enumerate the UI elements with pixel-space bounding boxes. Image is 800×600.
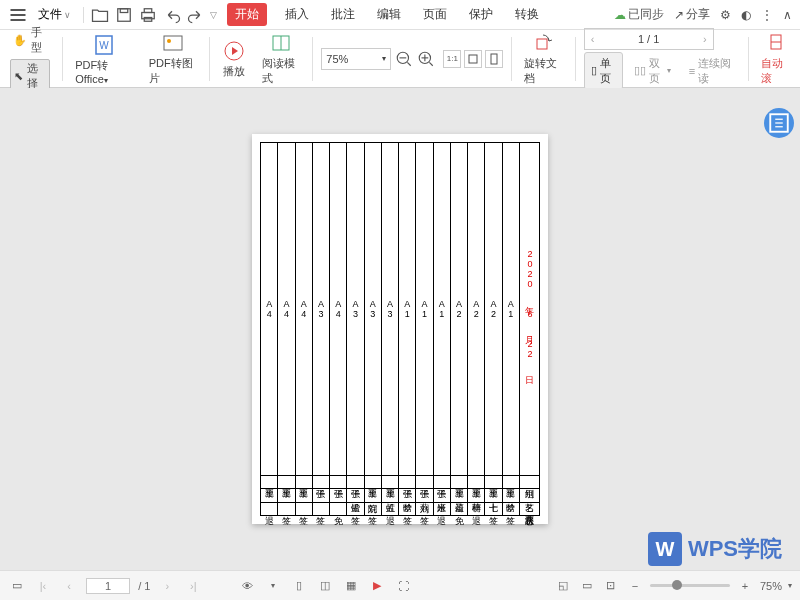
document-canvas[interactable]: 2020 年 6 月 22 日 组别 艺名 台票状态 A1王黎梦晗签 A2王黎十… — [0, 88, 800, 570]
status-zoom-out[interactable]: − — [626, 577, 644, 595]
status-page[interactable]: 1 — [86, 578, 130, 594]
float-action-button[interactable] — [764, 108, 794, 138]
svg-line-14 — [408, 62, 411, 65]
svg-point-8 — [167, 39, 171, 43]
tab-page[interactable]: 页面 — [419, 4, 451, 25]
zoom-select[interactable]: 75%▾ — [321, 48, 391, 70]
expand-icon[interactable]: ⛶ — [394, 577, 412, 595]
status-zoom-in[interactable]: + — [736, 577, 754, 595]
undo-icon[interactable] — [162, 5, 182, 25]
hand-tool[interactable]: ✋手型 — [10, 24, 50, 56]
fit-page-icon[interactable] — [485, 50, 503, 68]
hand-icon: ✋ — [13, 34, 27, 47]
tab-edit[interactable]: 编辑 — [373, 4, 405, 25]
tab-start[interactable]: 开始 — [227, 3, 267, 26]
menu-icon[interactable] — [8, 5, 28, 25]
svg-rect-21 — [537, 39, 547, 49]
tab-annotate[interactable]: 批注 — [327, 4, 359, 25]
preview-icon[interactable]: 👁 — [238, 577, 256, 595]
zoom-in-icon[interactable] — [417, 50, 435, 68]
more-icon[interactable]: ⋮ — [761, 8, 773, 22]
rotate-icon — [531, 31, 555, 55]
date-cell: 2020 年 6 月 22 日 — [520, 143, 540, 476]
tab-convert[interactable]: 转换 — [511, 4, 543, 25]
ribbon-tabs: 开始 插入 批注 编辑 页面 保护 转换 — [227, 3, 543, 26]
next-icon[interactable]: › — [158, 577, 176, 595]
dropdown-icon[interactable]: ▾ — [264, 577, 282, 595]
prev-icon[interactable]: ‹ — [60, 577, 78, 595]
redo-icon[interactable] — [186, 5, 206, 25]
continuous-button[interactable]: ≡连续阅读 — [682, 52, 740, 90]
pdf-to-image-button[interactable]: PDF转图片 — [145, 31, 201, 86]
status-total: / 1 — [138, 580, 150, 592]
table-row: A2王黎梓萌退 — [468, 143, 485, 516]
skin-icon[interactable]: ◐ — [741, 8, 751, 22]
save-icon[interactable] — [114, 5, 134, 25]
fit-width-icon[interactable] — [464, 50, 482, 68]
file-menu[interactable]: 文件 ∨ — [32, 4, 77, 25]
fit-icon-2[interactable]: ▭ — [578, 577, 596, 595]
share-button[interactable]: ↗分享 — [674, 6, 710, 23]
pdf-to-office-button[interactable]: W PDF转Office▾ — [71, 33, 136, 85]
open-icon[interactable] — [90, 5, 110, 25]
table-row: A4强子免 — [330, 143, 347, 516]
next-page-icon[interactable]: › — [703, 33, 707, 45]
play-button[interactable]: 播放 — [218, 39, 250, 79]
autoscroll-icon — [764, 31, 788, 55]
continuous-icon: ≡ — [689, 65, 695, 77]
wps-logo-icon: W — [648, 532, 682, 566]
fit-icon-1[interactable]: ◱ — [554, 577, 572, 595]
fit-11-icon[interactable]: 1:1 — [443, 50, 461, 68]
image-icon — [161, 31, 185, 55]
page-navigator[interactable]: ‹ 1 / 1 › — [584, 28, 714, 50]
table-row: A3强子孟锴签 — [347, 143, 364, 516]
table-row: A2王黎十七签 — [485, 143, 502, 516]
watermark: W WPS学院 — [648, 532, 782, 566]
play-icon — [222, 39, 246, 63]
sidebar-toggle-icon[interactable]: ▭ — [8, 577, 26, 595]
last-page-icon[interactable]: ›| — [184, 577, 202, 595]
table-row: A3王黎孟虹退 — [381, 143, 398, 516]
layout3-icon[interactable]: ▦ — [342, 577, 360, 595]
cursor-icon: ⬉ — [14, 70, 23, 83]
collapse-icon[interactable]: ∧ — [783, 8, 792, 22]
read-mode-button[interactable]: 阅读模式 — [258, 31, 305, 86]
tab-insert[interactable]: 插入 — [281, 4, 313, 25]
zoom-out-icon[interactable] — [395, 50, 413, 68]
fit-icon-3[interactable]: ⊡ — [602, 577, 620, 595]
watermark-text: WPS学院 — [688, 534, 782, 564]
status-zoom-value[interactable]: 75% — [760, 580, 782, 592]
zoom-slider[interactable] — [650, 584, 730, 587]
sync-status[interactable]: ☁已同步 — [614, 6, 664, 23]
first-page-icon[interactable]: |‹ — [34, 577, 52, 595]
book-icon — [269, 31, 293, 55]
table-row: A3王黎刘院签 — [364, 143, 381, 516]
play-status-icon[interactable]: ▶ — [368, 577, 386, 595]
table-row: A1强子梦晗签 — [399, 143, 416, 516]
prev-page-icon[interactable]: ‹ — [591, 33, 595, 45]
svg-rect-19 — [469, 55, 477, 63]
table-row: A4王黎签 — [278, 143, 295, 516]
print-icon[interactable] — [138, 5, 158, 25]
table-row: A1王黎梦晗签 — [502, 143, 519, 516]
document-table: 2020 年 6 月 22 日 组别 艺名 台票状态 A1王黎梦晗签 A2王黎十… — [260, 142, 540, 516]
header-group: 组别 — [520, 476, 540, 489]
double-page-icon: ▯▯ — [634, 64, 646, 77]
table-row: A3强子签 — [312, 143, 329, 516]
layout1-icon[interactable]: ▯ — [290, 577, 308, 595]
tab-protect[interactable]: 保护 — [465, 4, 497, 25]
pdf-page: 2020 年 6 月 22 日 组别 艺名 台票状态 A1王黎梦晗签 A2王黎十… — [252, 134, 548, 524]
autoscroll-button[interactable]: 自动滚 — [757, 31, 794, 86]
svg-line-18 — [430, 62, 433, 65]
gear-icon[interactable]: ⚙ — [720, 8, 731, 22]
header-name: 艺名 — [520, 489, 540, 502]
single-page-button[interactable]: ▯单页 — [584, 52, 624, 90]
titlebar: 文件 ∨ ▽ 开始 插入 批注 编辑 页面 保护 转换 ☁已同步 ↗分享 ⚙ ◐… — [0, 0, 800, 30]
layout2-icon[interactable]: ◫ — [316, 577, 334, 595]
table-row: A1强子米娅退 — [433, 143, 450, 516]
rotate-button[interactable]: 旋转文档 — [520, 31, 567, 86]
double-page-button[interactable]: ▯▯双页▾ — [627, 52, 678, 90]
table-row: A2王黎盈靖免 — [450, 143, 467, 516]
table-row: A4王黎退 — [261, 143, 278, 516]
statusbar: ▭ |‹ ‹ 1 / 1 › ›| 👁 ▾ ▯ ◫ ▦ ▶ ⛶ ◱ ▭ ⊡ − … — [0, 570, 800, 600]
